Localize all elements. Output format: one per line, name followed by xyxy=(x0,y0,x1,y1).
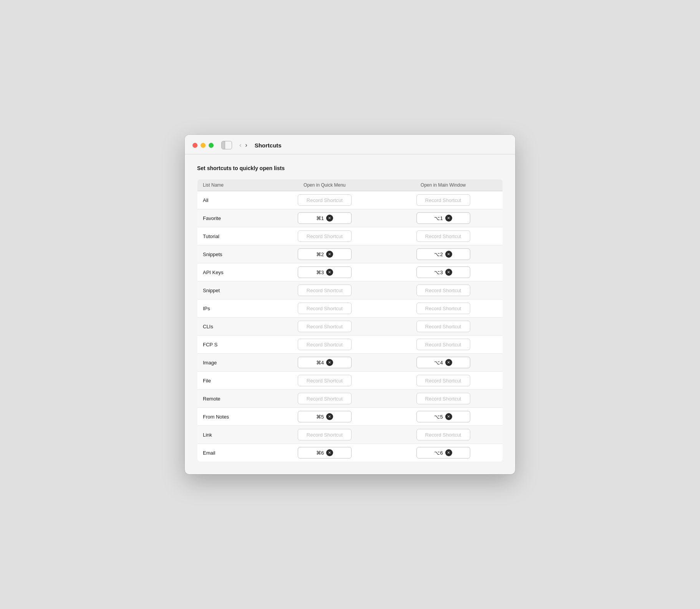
shortcut-key-label: ⌘5 xyxy=(316,414,324,420)
record-shortcut-button[interactable]: Record Shortcut xyxy=(298,429,352,440)
main-window-cell[interactable]: Record Shortcut xyxy=(384,390,503,408)
quick-menu-cell[interactable]: Record Shortcut xyxy=(265,281,384,300)
shortcut-button[interactable]: ⌘4 xyxy=(298,357,352,368)
quick-menu-cell[interactable]: ⌘4 xyxy=(265,354,384,372)
clear-shortcut-button[interactable] xyxy=(326,215,333,222)
quick-menu-cell[interactable]: Record Shortcut xyxy=(265,372,384,390)
sidebar-toggle[interactable] xyxy=(221,141,232,149)
quick-menu-cell[interactable]: Record Shortcut xyxy=(265,227,384,245)
shortcut-key-label: ⌘1 xyxy=(316,215,324,221)
clear-shortcut-button[interactable] xyxy=(445,449,452,456)
main-window-cell[interactable]: Record Shortcut xyxy=(384,372,503,390)
table-row: LinkRecord ShortcutRecord Shortcut xyxy=(197,426,503,444)
quick-menu-cell[interactable]: Record Shortcut xyxy=(265,336,384,354)
clear-shortcut-button[interactable] xyxy=(326,449,333,456)
col-list-name: List Name xyxy=(197,179,265,191)
close-button[interactable] xyxy=(192,143,197,148)
maximize-button[interactable] xyxy=(209,143,214,148)
list-name-cell: File xyxy=(197,372,265,390)
main-window-cell[interactable]: ⌥2 xyxy=(384,245,503,263)
clear-shortcut-button[interactable] xyxy=(445,413,452,420)
clear-shortcut-button[interactable] xyxy=(326,359,333,366)
main-window-cell[interactable]: Record Shortcut xyxy=(384,281,503,300)
clear-shortcut-button[interactable] xyxy=(326,251,333,258)
list-name-cell: Link xyxy=(197,426,265,444)
shortcut-key-label: ⌥6 xyxy=(434,450,443,456)
table-row: AllRecord ShortcutRecord Shortcut xyxy=(197,191,503,209)
clear-shortcut-button[interactable] xyxy=(445,251,452,258)
clear-shortcut-button[interactable] xyxy=(445,269,452,276)
record-shortcut-button[interactable]: Record Shortcut xyxy=(416,285,470,296)
window-title: Shortcuts xyxy=(255,142,282,149)
record-shortcut-button[interactable]: Record Shortcut xyxy=(416,230,470,242)
main-window-cell[interactable]: Record Shortcut xyxy=(384,227,503,245)
record-shortcut-button[interactable]: Record Shortcut xyxy=(298,321,352,332)
shortcut-button[interactable]: ⌘1 xyxy=(298,212,352,224)
shortcut-key-label: ⌥5 xyxy=(434,414,443,420)
main-window-cell[interactable]: ⌥5 xyxy=(384,408,503,426)
record-shortcut-button[interactable]: Record Shortcut xyxy=(416,339,470,350)
clear-shortcut-button[interactable] xyxy=(445,215,452,222)
quick-menu-cell[interactable]: Record Shortcut xyxy=(265,390,384,408)
shortcut-button[interactable]: ⌥3 xyxy=(416,266,470,278)
shortcut-button[interactable]: ⌥4 xyxy=(416,357,470,368)
quick-menu-cell[interactable]: Record Shortcut xyxy=(265,300,384,318)
table-row: Snippets⌘2⌥2 xyxy=(197,245,503,263)
shortcut-button[interactable]: ⌘3 xyxy=(298,266,352,278)
shortcut-key-label: ⌘3 xyxy=(316,270,324,275)
shortcut-button[interactable]: ⌘2 xyxy=(298,248,352,260)
back-arrow[interactable]: ‹ xyxy=(238,142,242,148)
quick-menu-cell[interactable]: ⌘2 xyxy=(265,245,384,263)
shortcut-button[interactable]: ⌥2 xyxy=(416,248,470,260)
record-shortcut-button[interactable]: Record Shortcut xyxy=(298,393,352,404)
record-shortcut-button[interactable]: Record Shortcut xyxy=(416,303,470,314)
record-shortcut-button[interactable]: Record Shortcut xyxy=(298,303,352,314)
forward-arrow[interactable]: › xyxy=(244,142,248,148)
shortcut-key-label: ⌘2 xyxy=(316,252,324,257)
shortcut-button[interactable]: ⌘6 xyxy=(298,447,352,458)
quick-menu-cell[interactable]: ⌘3 xyxy=(265,263,384,281)
quick-menu-cell[interactable]: Record Shortcut xyxy=(265,191,384,209)
main-window-cell[interactable]: Record Shortcut xyxy=(384,318,503,336)
quick-menu-cell[interactable]: Record Shortcut xyxy=(265,318,384,336)
clear-shortcut-button[interactable] xyxy=(326,269,333,276)
record-shortcut-button[interactable]: Record Shortcut xyxy=(416,429,470,440)
main-window-cell[interactable]: Record Shortcut xyxy=(384,300,503,318)
main-window-cell[interactable]: ⌥6 xyxy=(384,444,503,462)
shortcut-button[interactable]: ⌥6 xyxy=(416,447,470,458)
list-name-cell: Favorite xyxy=(197,209,265,227)
record-shortcut-button[interactable]: Record Shortcut xyxy=(298,339,352,350)
table-row: Image⌘4⌥4 xyxy=(197,354,503,372)
table-row: RemoteRecord ShortcutRecord Shortcut xyxy=(197,390,503,408)
shortcut-button[interactable]: ⌘5 xyxy=(298,411,352,422)
clear-shortcut-button[interactable] xyxy=(445,359,452,366)
shortcut-key-label: ⌥2 xyxy=(434,252,443,257)
table-row: Favorite⌘1⌥1 xyxy=(197,209,503,227)
record-shortcut-button[interactable]: Record Shortcut xyxy=(298,375,352,386)
record-shortcut-button[interactable]: Record Shortcut xyxy=(298,194,352,206)
main-window-cell[interactable]: ⌥4 xyxy=(384,354,503,372)
quick-menu-cell[interactable]: ⌘1 xyxy=(265,209,384,227)
minimize-button[interactable] xyxy=(201,143,206,148)
shortcut-button[interactable]: ⌥1 xyxy=(416,212,470,224)
record-shortcut-button[interactable]: Record Shortcut xyxy=(416,375,470,386)
clear-shortcut-button[interactable] xyxy=(326,413,333,420)
main-window-cell[interactable]: Record Shortcut xyxy=(384,426,503,444)
titlebar: ‹ › Shortcuts xyxy=(185,135,515,154)
quick-menu-cell[interactable]: Record Shortcut xyxy=(265,426,384,444)
col-quick-menu: Open in Quick Menu xyxy=(265,179,384,191)
main-window-cell[interactable]: ⌥1 xyxy=(384,209,503,227)
traffic-lights xyxy=(192,143,214,148)
main-window-cell[interactable]: ⌥3 xyxy=(384,263,503,281)
main-window-cell[interactable]: Record Shortcut xyxy=(384,336,503,354)
record-shortcut-button[interactable]: Record Shortcut xyxy=(298,230,352,242)
record-shortcut-button[interactable]: Record Shortcut xyxy=(298,285,352,296)
main-window-cell[interactable]: Record Shortcut xyxy=(384,191,503,209)
record-shortcut-button[interactable]: Record Shortcut xyxy=(416,393,470,404)
record-shortcut-button[interactable]: Record Shortcut xyxy=(416,321,470,332)
table-row: From Notes⌘5⌥5 xyxy=(197,408,503,426)
shortcut-button[interactable]: ⌥5 xyxy=(416,411,470,422)
quick-menu-cell[interactable]: ⌘5 xyxy=(265,408,384,426)
quick-menu-cell[interactable]: ⌘6 xyxy=(265,444,384,462)
record-shortcut-button[interactable]: Record Shortcut xyxy=(416,194,470,206)
